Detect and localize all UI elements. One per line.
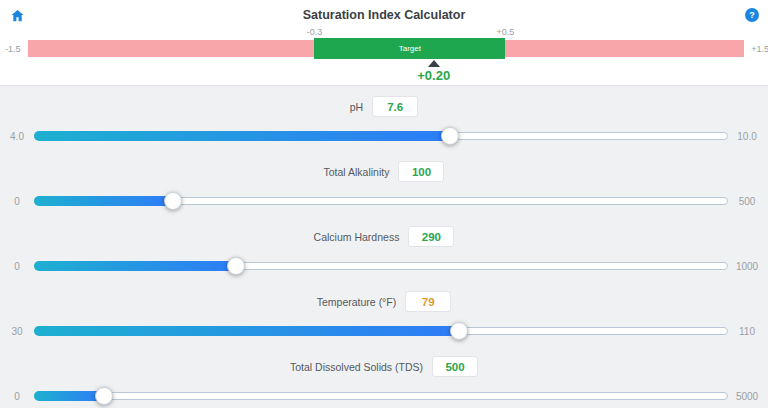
slider-handle[interactable] — [450, 322, 468, 340]
gauge-target-zone-label: Target — [399, 44, 421, 53]
slider-handle[interactable] — [227, 257, 245, 275]
slider-value-box[interactable]: 7.6 — [372, 96, 418, 117]
slider-row-total-alkalinity: Total Alkalinity 100 0 500 — [0, 155, 768, 220]
slider-label: Total Dissolved Solids (TDS) — [290, 361, 423, 373]
slider-max-label: 10.0 — [726, 131, 768, 142]
slider-min-label: 0 — [2, 261, 32, 272]
slider-min-label: 30 — [2, 326, 32, 337]
slider-value-box[interactable]: 100 — [398, 161, 444, 182]
slider-track[interactable] — [34, 132, 728, 140]
page-title: Saturation Index Calculator — [0, 8, 768, 22]
slider-max-label: 1000 — [726, 261, 768, 272]
help-icon: ? — [749, 10, 755, 20]
slider-max-label: 500 — [726, 196, 768, 207]
slider-handle[interactable] — [164, 192, 182, 210]
slider-handle[interactable] — [95, 387, 113, 405]
gauge-target-min-label: -0.3 — [307, 27, 323, 37]
slider-fill — [34, 196, 173, 206]
slider-min-label: 0 — [2, 196, 32, 207]
slider-value-box[interactable]: 290 — [408, 226, 454, 247]
header: Saturation Index Calculator ? -1.5 +1.5 … — [0, 0, 768, 86]
slider-value-box[interactable]: 79 — [405, 291, 451, 312]
help-button[interactable]: ? — [745, 8, 759, 22]
gauge-target-max-label: +0.5 — [496, 27, 514, 37]
slider-row-ph: pH 7.6 4.0 10.0 — [0, 90, 768, 155]
slider-min-label: 4.0 — [2, 131, 32, 142]
slider-track[interactable] — [34, 262, 728, 270]
slider-label: Calcium Hardness — [314, 231, 400, 243]
gauge-current-value: +0.20 — [417, 68, 450, 83]
gauge-min-label: -1.5 — [5, 44, 21, 54]
slider-row-calcium-hardness: Calcium Hardness 290 0 1000 — [0, 220, 768, 285]
gauge-pointer-icon — [428, 60, 440, 67]
slider-row-temperature: Temperature (°F) 79 30 110 — [0, 285, 768, 350]
slider-track[interactable] — [34, 327, 728, 335]
slider-value-box[interactable]: 500 — [432, 356, 478, 377]
slider-track[interactable] — [34, 197, 728, 205]
slider-max-label: 5000 — [726, 391, 768, 402]
slider-track[interactable] — [34, 392, 728, 400]
gauge-max-label: +1.5 — [751, 44, 768, 54]
slider-fill — [34, 391, 104, 401]
gauge-target-zone: Target — [314, 38, 505, 59]
slider-fill — [34, 261, 236, 271]
slider-max-label: 110 — [726, 326, 768, 337]
sliders-panel: pH 7.6 4.0 10.0 Total Alkalinity 100 0 5… — [0, 87, 768, 408]
slider-min-label: 0 — [2, 391, 32, 402]
slider-handle[interactable] — [441, 127, 459, 145]
slider-fill — [34, 326, 459, 336]
slider-row-tds: Total Dissolved Solids (TDS) 500 0 5000 — [0, 350, 768, 408]
slider-label: pH — [350, 101, 363, 113]
slider-fill — [34, 131, 450, 141]
slider-label: Total Alkalinity — [324, 166, 390, 178]
slider-label: Temperature (°F) — [317, 296, 396, 308]
saturation-index-gauge: -1.5 +1.5 -0.3 +0.5 Target +0.20 — [28, 40, 744, 57]
